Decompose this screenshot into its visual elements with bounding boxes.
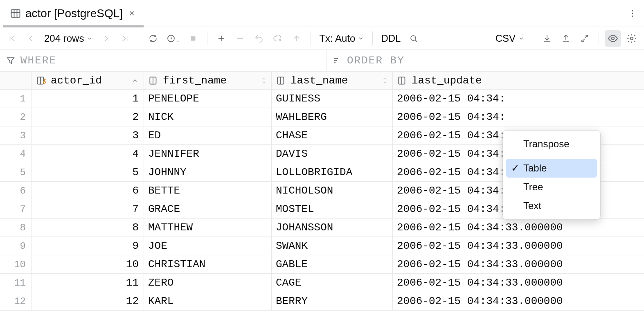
cell-last_name[interactable]: MOSTEL — [272, 200, 393, 218]
upload-button[interactable] — [558, 30, 574, 47]
cell-first_name[interactable]: JENNIFER — [144, 145, 272, 163]
cell-last_name[interactable]: LOLLOBRIGIDA — [272, 163, 393, 181]
search-button[interactable] — [405, 30, 422, 47]
add-row-button[interactable] — [213, 30, 230, 47]
menu-item-tree[interactable]: Tree — [506, 178, 597, 196]
table-row[interactable]: 11PENELOPEGUINESS2006-02-15 04:34: — [0, 90, 644, 108]
svg-line-17 — [415, 40, 417, 42]
cell-first_name[interactable]: JOHNNY — [144, 163, 272, 181]
settings-button[interactable] — [624, 30, 640, 47]
filter-bar: WHERE ORDER BY — [0, 50, 644, 71]
cell-last_update[interactable]: 2006-02-15 04:34:33.000000 — [393, 274, 644, 292]
cell-last_name[interactable]: WAHLBERG — [272, 108, 393, 126]
reload-button[interactable] — [145, 30, 161, 47]
revert-button[interactable] — [251, 30, 267, 47]
cell-last_update[interactable]: 2006-02-15 04:34:33.000000 — [393, 255, 644, 273]
gutter-header — [0, 72, 32, 89]
row-number: 5 — [0, 163, 32, 181]
cell-first_name[interactable]: PENELOPE — [144, 90, 272, 108]
cell-first_name[interactable]: CHRISTIAN — [144, 255, 272, 273]
cell-first_name[interactable]: BETTE — [144, 182, 272, 200]
row-count-dropdown[interactable]: 204 rows — [42, 30, 95, 47]
row-number: 10 — [0, 255, 32, 273]
next-page-button[interactable] — [98, 30, 114, 47]
cell-actor_id[interactable]: 5 — [32, 163, 144, 181]
orderby-filter[interactable]: ORDER BY — [327, 50, 410, 71]
tx-mode-dropdown[interactable]: Tx: Auto — [317, 30, 367, 47]
svg-point-6 — [632, 15, 633, 16]
cell-last_name[interactable]: SWANK — [272, 237, 393, 255]
table-row[interactable]: 1212KARLBERRY2006-02-15 04:34:33.000000 — [0, 292, 644, 311]
cell-last_name[interactable]: CHASE — [272, 126, 393, 144]
cell-first_name[interactable]: NICK — [144, 108, 272, 126]
download-button[interactable] — [539, 30, 555, 47]
cell-last_update[interactable]: 2006-02-15 04:34: — [393, 108, 644, 126]
tab-actor[interactable]: actor [PostgreSQL] × — [3, 0, 144, 27]
cell-first_name[interactable]: MATTHEW — [144, 219, 272, 237]
table-row[interactable]: 1111ZEROCAGE2006-02-15 04:34:33.000000 — [0, 274, 644, 292]
cell-actor_id[interactable]: 6 — [32, 182, 144, 200]
ddl-button[interactable]: DDL — [378, 30, 403, 47]
cell-last_name[interactable]: GUINESS — [272, 90, 393, 108]
cell-actor_id[interactable]: 8 — [32, 219, 144, 237]
column-header-actor_id[interactable]: actor_id — [32, 72, 144, 89]
download-icon — [542, 34, 552, 43]
cell-last_update[interactable]: 2006-02-15 04:34: — [393, 90, 644, 108]
cell-first_name[interactable]: GRACE — [144, 200, 272, 218]
cell-first_name[interactable]: KARL — [144, 292, 272, 310]
cell-actor_id[interactable]: 9 — [32, 237, 144, 255]
cell-actor_id[interactable]: 10 — [32, 255, 144, 273]
more-options-button[interactable] — [624, 5, 641, 22]
cell-first_name[interactable]: ED — [144, 126, 272, 144]
table-row[interactable]: 1010CHRISTIANGABLE2006-02-15 04:34:33.00… — [0, 255, 644, 274]
svg-point-25 — [630, 37, 633, 40]
menu-item-table[interactable]: ✓Table — [506, 159, 597, 178]
prev-page-button[interactable] — [23, 30, 39, 47]
cell-last_name[interactable]: BERRY — [272, 292, 393, 310]
cell-actor_id[interactable]: 11 — [32, 274, 144, 292]
cell-last_name[interactable]: DAVIS — [272, 145, 393, 163]
cell-actor_id[interactable]: 4 — [32, 145, 144, 163]
last-page-button[interactable] — [117, 30, 133, 47]
cell-actor_id[interactable]: 3 — [32, 126, 144, 144]
row-number: 9 — [0, 237, 32, 255]
cell-actor_id[interactable]: 1 — [32, 90, 144, 108]
preview-pending-button[interactable] — [270, 30, 286, 47]
close-icon[interactable]: × — [127, 6, 137, 21]
cell-actor_id[interactable]: 2 — [32, 108, 144, 126]
clock-icon — [166, 34, 176, 43]
row-number: 8 — [0, 219, 32, 237]
cell-last_update[interactable]: 2006-02-15 04:34:33.000000 — [393, 219, 644, 237]
view-mode-button[interactable] — [605, 30, 621, 47]
delete-row-button[interactable] — [232, 30, 248, 47]
gear-icon — [626, 33, 637, 44]
menu-item-transpose[interactable]: Transpose — [506, 135, 597, 153]
cell-last_name[interactable]: CAGE — [272, 274, 393, 292]
row-number: 2 — [0, 108, 32, 126]
submit-button[interactable] — [288, 30, 305, 47]
cell-last_update[interactable]: 2006-02-15 04:34:33.000000 — [393, 237, 644, 255]
cell-actor_id[interactable]: 12 — [32, 292, 144, 310]
menu-item-text[interactable]: Text — [506, 196, 597, 215]
cell-last_name[interactable]: NICHOLSON — [272, 182, 393, 200]
compare-button[interactable] — [576, 30, 593, 47]
stop-button[interactable] — [185, 30, 201, 47]
export-format-dropdown[interactable]: CSV — [493, 30, 527, 47]
where-filter[interactable]: WHERE — [0, 50, 327, 71]
first-page-button[interactable] — [4, 30, 20, 47]
cell-first_name[interactable]: ZERO — [144, 274, 272, 292]
auto-reload-button[interactable] — [164, 30, 182, 47]
cell-first_name[interactable]: JOE — [144, 237, 272, 255]
table-row[interactable]: 99JOESWANK2006-02-15 04:34:33.000000 — [0, 237, 644, 255]
tab-bar: actor [PostgreSQL] × — [0, 0, 644, 27]
cell-last_name[interactable]: GABLE — [272, 255, 393, 273]
cell-actor_id[interactable]: 7 — [32, 200, 144, 218]
table-row[interactable]: 88MATTHEWJOHANSSON2006-02-15 04:34:33.00… — [0, 219, 644, 237]
column-header-first_name[interactable]: first_name — [144, 72, 272, 89]
cell-last_name[interactable]: JOHANSSON — [272, 219, 393, 237]
search-icon — [409, 34, 419, 43]
column-header-last_update[interactable]: last_update — [393, 72, 644, 89]
column-header-last_name[interactable]: last_name — [272, 72, 393, 89]
cell-last_update[interactable]: 2006-02-15 04:34:33.000000 — [393, 292, 644, 310]
table-row[interactable]: 22NICKWAHLBERG2006-02-15 04:34: — [0, 108, 644, 126]
